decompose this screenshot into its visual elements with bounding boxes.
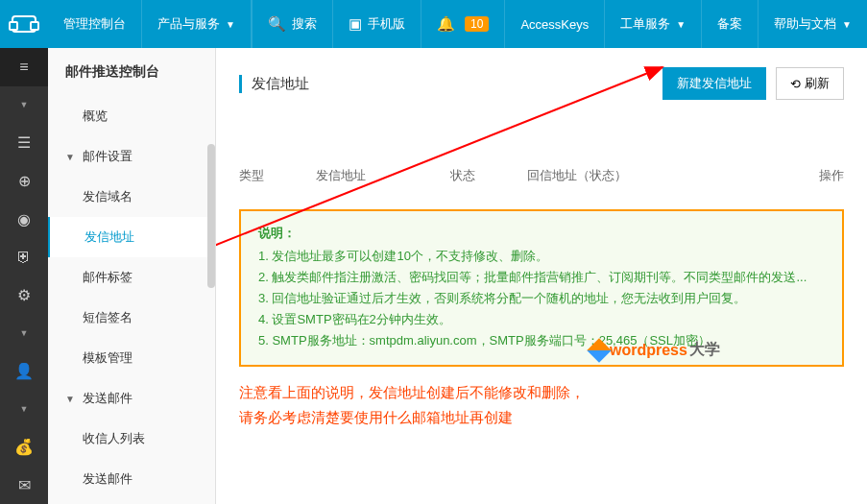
nav-beian[interactable]: 备案 <box>702 0 758 48</box>
icon-rail: ≡ ▼ ☰ ⊕ ◉ ⛨ ⚙ ▼ 👤 ▼ 💰 ✉ <box>0 48 48 504</box>
nav-notifications[interactable]: 🔔10 <box>421 0 504 48</box>
table-header-row: 类型 发信地址 状态 回信地址（状态） 操作 <box>239 129 844 198</box>
notification-badge: 10 <box>465 16 489 32</box>
nav-console[interactable]: 管理控制台 <box>48 0 141 48</box>
notice-list: 1. 发信地址最多可以创建10个，不支持修改、删除。 2. 触发类邮件指注册激活… <box>258 246 825 351</box>
nav-accesskeys[interactable]: AccessKeys <box>505 0 604 48</box>
scrollbar[interactable] <box>207 144 215 288</box>
col-status: 状态 <box>450 167 527 184</box>
sidebar-group-mail-settings[interactable]: ▼邮件设置 <box>48 136 215 177</box>
mobile-icon: ▣ <box>349 15 362 33</box>
col-action: 操作 <box>796 167 844 184</box>
chevron-down-icon: ▼ <box>65 152 75 162</box>
notice-box: 说明： 1. 发信地址最多可以创建10个，不支持修改、删除。 2. 触发类邮件指… <box>239 209 844 367</box>
rail-caret-icon[interactable]: ▼ <box>0 86 48 125</box>
nav-products[interactable]: 产品与服务▼ <box>142 0 251 48</box>
refresh-icon: ⟲ <box>790 77 801 91</box>
rail-globe-icon[interactable]: ⊕ <box>0 162 48 201</box>
rail-shield-icon[interactable]: ⛨ <box>0 238 48 276</box>
nav-tickets[interactable]: 工单服务▼ <box>605 0 701 48</box>
col-type: 类型 <box>239 167 316 184</box>
notice-item: 2. 触发类邮件指注册激活、密码找回等；批量邮件指营销推广、订阅期刊等。不同类型… <box>258 267 825 288</box>
rail-dns-icon[interactable]: ◉ <box>0 200 48 238</box>
rail-caret-icon[interactable]: ▼ <box>0 390 48 428</box>
bell-icon: 🔔 <box>437 15 455 33</box>
refresh-button[interactable]: ⟲刷新 <box>776 67 844 100</box>
sidebar-item-tags[interactable]: 邮件标签 <box>48 257 215 298</box>
main-content: 发信地址 新建发信地址 ⟲刷新 类型 发信地址 状态 回信地址（状态） 操作 说… <box>216 48 867 504</box>
sidebar-title: 邮件推送控制台 <box>48 48 215 96</box>
caret-down-icon: ▼ <box>226 19 235 30</box>
notice-item: 3. 回信地址验证通过后才生效，否则系统将分配一个随机的地址，您无法收到用户回复… <box>258 288 825 309</box>
nav-help[interactable]: 帮助与文档▼ <box>759 0 867 48</box>
sidebar-item-send[interactable]: 发送邮件 <box>48 459 215 499</box>
caret-down-icon: ▼ <box>676 19 686 30</box>
sidebar-item-sender-address[interactable]: 发信地址 <box>48 217 215 257</box>
rail-gear-icon[interactable]: ⚙ <box>0 276 48 314</box>
notice-item: 1. 发信地址最多可以创建10个，不支持修改、删除。 <box>258 246 825 267</box>
watermark-logo-icon <box>587 338 611 362</box>
caret-down-icon: ▼ <box>842 19 852 30</box>
sidebar-item-recipients[interactable]: 收信人列表 <box>48 419 215 459</box>
col-reply: 回信地址（状态） <box>527 167 796 184</box>
new-sender-button[interactable]: 新建发信地址 <box>662 67 766 100</box>
watermark: wordpress大学 <box>590 340 720 360</box>
warning-annotation: 注意看上面的说明，发信地址创建后不能修改和删除， 请务必考虑清楚要使用什么邮箱地… <box>239 380 844 429</box>
brand-logo[interactable] <box>0 0 48 48</box>
sidebar-group-send-mail[interactable]: ▼发送邮件 <box>48 378 215 419</box>
sidebar: 邮件推送控制台 概览 ▼邮件设置 发信域名 发信地址 邮件标签 短信签名 模板管… <box>48 48 216 504</box>
top-navbar: 管理控制台 产品与服务▼ 🔍搜索 ▣手机版 🔔10 AccessKeys 工单服… <box>0 0 867 48</box>
nav-mobile[interactable]: ▣手机版 <box>333 0 421 48</box>
rail-mail-icon[interactable]: ✉ <box>0 466 48 504</box>
notice-item: 4. 设置SMTP密码在2分钟内生效。 <box>258 309 825 330</box>
chevron-down-icon: ▼ <box>65 394 75 404</box>
rail-wallet-icon[interactable]: 💰 <box>0 428 48 467</box>
sidebar-item-sms-sign[interactable]: 短信签名 <box>48 298 215 338</box>
nav-search[interactable]: 🔍搜索 <box>253 0 332 48</box>
rail-user-icon[interactable]: 👤 <box>0 352 48 391</box>
sidebar-item-templates[interactable]: 模板管理 <box>48 338 215 378</box>
rail-menu-icon[interactable]: ≡ <box>0 48 48 86</box>
sidebar-item-domain[interactable]: 发信域名 <box>48 177 215 217</box>
notice-title: 说明： <box>258 225 825 242</box>
col-address: 发信地址 <box>316 167 450 184</box>
sidebar-item-overview[interactable]: 概览 <box>48 96 215 136</box>
notice-item: 5. SMTP服务地址：smtpdm.aliyun.com，SMTP服务端口号：… <box>258 330 825 351</box>
rail-caret-icon[interactable]: ▼ <box>0 314 48 352</box>
page-title: 发信地址 <box>239 75 309 93</box>
rail-servers-icon[interactable]: ☰ <box>0 124 48 162</box>
search-icon: 🔍 <box>268 15 286 33</box>
